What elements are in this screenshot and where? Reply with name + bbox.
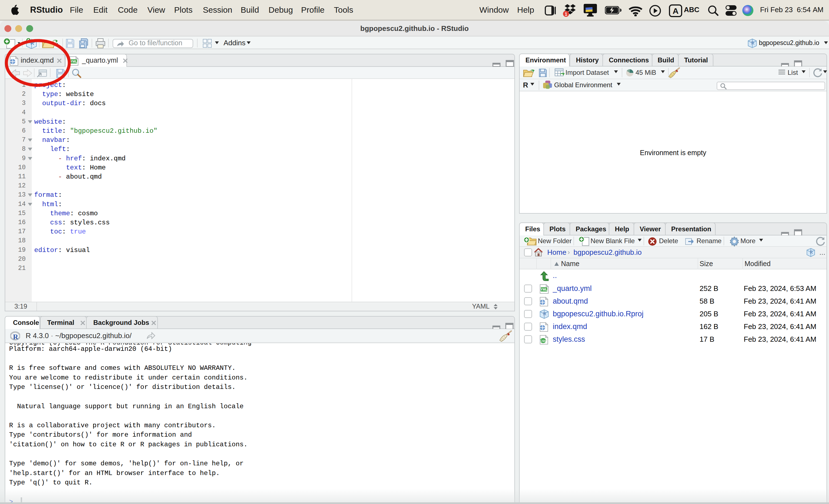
- svg-text:R: R: [751, 40, 755, 45]
- svg-text:R: R: [13, 333, 18, 341]
- svg-text:A: A: [673, 6, 679, 15]
- svg-text:CSS: CSS: [540, 339, 546, 343]
- svg-text:R: R: [543, 311, 546, 316]
- svg-text:R: R: [810, 250, 813, 254]
- svg-text:YML: YML: [540, 288, 547, 291]
- svg-text:1: 1: [565, 12, 567, 16]
